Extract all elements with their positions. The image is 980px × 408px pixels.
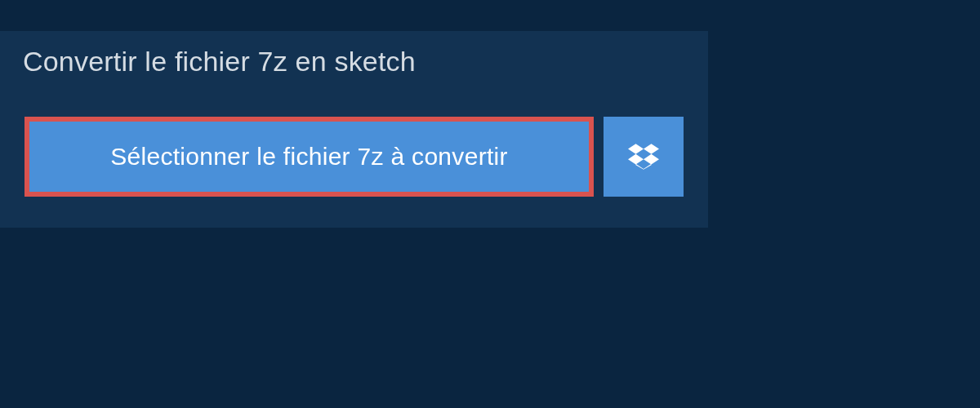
title-bar: Convertir le fichier 7z en sketch <box>0 31 463 92</box>
page-title: Convertir le fichier 7z en sketch <box>23 46 440 78</box>
conversion-panel: Convertir le fichier 7z en sketch Sélect… <box>0 31 708 228</box>
select-file-label: Sélectionner le fichier 7z à convertir <box>110 143 508 171</box>
dropbox-button[interactable] <box>604 117 684 197</box>
select-file-button[interactable]: Sélectionner le fichier 7z à convertir <box>24 117 594 197</box>
action-row: Sélectionner le fichier 7z à convertir <box>0 92 708 228</box>
dropbox-icon <box>628 141 659 172</box>
